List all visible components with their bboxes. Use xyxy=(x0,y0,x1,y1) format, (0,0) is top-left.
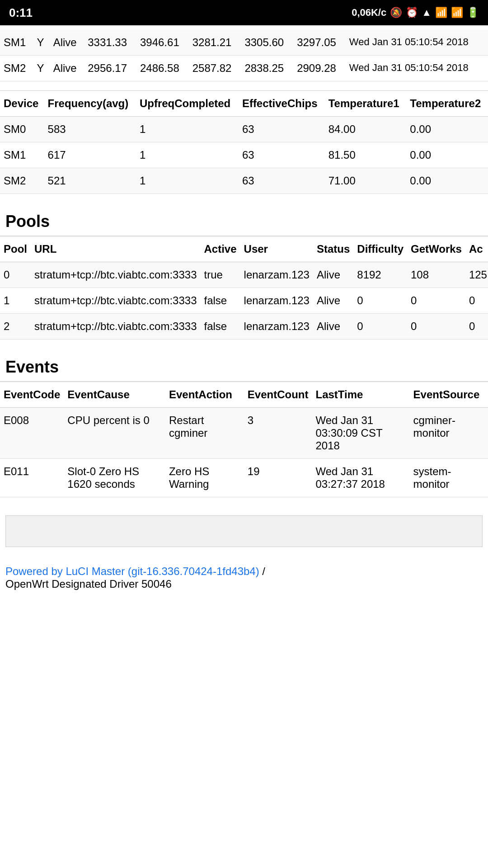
table-cell: 583 xyxy=(44,117,136,142)
table-cell: Alive xyxy=(50,56,84,81)
main-content: SM1YAlive3331.333946.613281.213305.60329… xyxy=(0,25,488,599)
table-header-cell: Active xyxy=(201,236,240,262)
table-cell: 81.50 xyxy=(325,142,407,168)
table-cell: lenarzam.123 xyxy=(240,288,313,314)
table-cell: false xyxy=(201,314,240,340)
device-table-wrapper: DeviceFrequency(avg)UpfreqCompletedEffec… xyxy=(0,90,488,194)
table-row: 1stratum+tcp://btc.viabtc.com:3333falsel… xyxy=(0,288,488,314)
table-cell: 3281.21 xyxy=(189,30,241,56)
table-row: E008CPU percent is 0Restart cgminer3Wed … xyxy=(0,408,488,459)
table-cell: 3305.60 xyxy=(241,30,293,56)
status-icons: 0,06K/c 🔕 ⏰ ▲ 📶 📶 🔋 xyxy=(352,7,479,19)
table-cell: Zero HS Warning xyxy=(165,459,244,497)
table-header-row: EventCodeEventCauseEventActionEventCount… xyxy=(0,382,488,408)
table-cell: 2587.82 xyxy=(189,56,241,81)
table-header-cell: EventSource xyxy=(410,382,488,408)
table-header-cell: Device xyxy=(0,91,44,117)
table-cell: 3 xyxy=(244,408,312,459)
table-header-cell: Frequency(avg) xyxy=(44,91,136,117)
pools-table-wrapper: PoolURLActiveUserStatusDifficultyGetWork… xyxy=(0,236,488,340)
table-header-row: DeviceFrequency(avg)UpfreqCompletedEffec… xyxy=(0,91,488,117)
table-cell: SM1 xyxy=(0,142,44,168)
table-cell: system-monitor xyxy=(410,459,488,497)
table-cell: 0.00 xyxy=(406,168,488,194)
luci-link[interactable]: Powered by LuCI Master (git-16.336.70424… xyxy=(5,565,259,577)
table-header-cell: Ac xyxy=(465,236,488,262)
table-header-cell: EffectiveChips xyxy=(239,91,325,117)
table-cell: 0 xyxy=(465,314,488,340)
table-cell: 63 xyxy=(239,142,325,168)
table-cell: 521 xyxy=(44,168,136,194)
table-cell: CPU percent is 0 xyxy=(64,408,165,459)
table-cell: 0 xyxy=(465,288,488,314)
table-row: SM1YAlive3331.333946.613281.213305.60329… xyxy=(0,30,488,56)
table-row: SM2YAlive2956.172486.582587.822838.25290… xyxy=(0,56,488,81)
table-cell: 63 xyxy=(239,117,325,142)
table-cell: Y xyxy=(33,56,50,81)
device-table: DeviceFrequency(avg)UpfreqCompletedEffec… xyxy=(0,90,488,194)
table-cell: SM2 xyxy=(0,56,33,81)
table-header-cell: Temperature2 xyxy=(406,91,488,117)
table-cell: 3297.05 xyxy=(293,30,346,56)
table-header-cell: EventCount xyxy=(244,382,312,408)
table-cell: false xyxy=(201,288,240,314)
table-header-row: PoolURLActiveUserStatusDifficultyGetWork… xyxy=(0,236,488,262)
table-cell: 2486.58 xyxy=(136,56,189,81)
table-header-cell: Status xyxy=(313,236,353,262)
table-cell: SM1 xyxy=(0,30,33,56)
table-row: SM058316384.000.00 xyxy=(0,117,488,142)
table-cell: 1 xyxy=(136,142,239,168)
table-cell: 1 xyxy=(136,168,239,194)
pools-table: PoolURLActiveUserStatusDifficultyGetWork… xyxy=(0,236,488,340)
table-header-cell: EventCause xyxy=(64,382,165,408)
status-bar: 0:11 0,06K/c 🔕 ⏰ ▲ 📶 📶 🔋 xyxy=(0,0,488,25)
table-cell: 0.00 xyxy=(406,117,488,142)
sm-top-table-wrapper: SM1YAlive3331.333946.613281.213305.60329… xyxy=(0,30,488,81)
speed-display: 0,06K/c xyxy=(352,7,386,19)
table-cell: 0 xyxy=(0,262,31,288)
table-cell: 108 xyxy=(407,262,465,288)
table-row: E011Slot-0 Zero HS 1620 secondsZero HS W… xyxy=(0,459,488,497)
events-section-title: Events xyxy=(0,349,488,381)
table-cell: E008 xyxy=(0,408,64,459)
table-cell: 1 xyxy=(0,288,31,314)
table-header-cell: Pool xyxy=(0,236,31,262)
table-header-cell: Difficulty xyxy=(353,236,407,262)
time-display: 0:11 xyxy=(9,6,33,20)
sm-top-table: SM1YAlive3331.333946.613281.213305.60329… xyxy=(0,30,488,81)
table-cell: 2838.25 xyxy=(241,56,293,81)
table-cell: Wed Jan 31 05:10:54 2018 xyxy=(346,56,488,81)
table-cell: 8192 xyxy=(353,262,407,288)
table-cell: 1 xyxy=(136,117,239,142)
table-row: 2stratum+tcp://btc.viabtc.com:3333falsel… xyxy=(0,314,488,340)
table-header-cell: User xyxy=(240,236,313,262)
table-header-cell: GetWorks xyxy=(407,236,465,262)
table-cell: lenarzam.123 xyxy=(240,314,313,340)
table-cell: 71.00 xyxy=(325,168,407,194)
table-header-cell: EventCode xyxy=(0,382,64,408)
footer-separator: / xyxy=(262,565,265,577)
battery-icon: 🔋 xyxy=(467,7,479,19)
table-cell: 617 xyxy=(44,142,136,168)
table-row: SM161716381.500.00 xyxy=(0,142,488,168)
table-header-cell: LastTime xyxy=(312,382,409,408)
signal-icon1: 📶 xyxy=(435,7,447,19)
table-cell: 2956.17 xyxy=(84,56,136,81)
table-cell: Wed Jan 31 03:30:09 CST 2018 xyxy=(312,408,409,459)
table-cell: stratum+tcp://btc.viabtc.com:3333 xyxy=(31,288,201,314)
blank-input-box[interactable] xyxy=(5,515,483,547)
table-cell: SM0 xyxy=(0,117,44,142)
table-cell: cgminer-monitor xyxy=(410,408,488,459)
table-cell: Restart cgminer xyxy=(165,408,244,459)
table-header-cell: Temperature1 xyxy=(325,91,407,117)
events-table: EventCodeEventCauseEventActionEventCount… xyxy=(0,382,488,497)
table-cell: 0.00 xyxy=(406,142,488,168)
footer-version: OpenWrt Designated Driver 50046 xyxy=(5,578,172,590)
table-cell: 125 xyxy=(465,262,488,288)
table-header-cell: URL xyxy=(31,236,201,262)
table-row: 0stratum+tcp://btc.viabtc.com:3333truele… xyxy=(0,262,488,288)
table-cell: Alive xyxy=(313,262,353,288)
bell-icon: 🔕 xyxy=(390,7,402,19)
table-cell: 2909.28 xyxy=(293,56,346,81)
table-cell: E011 xyxy=(0,459,64,497)
